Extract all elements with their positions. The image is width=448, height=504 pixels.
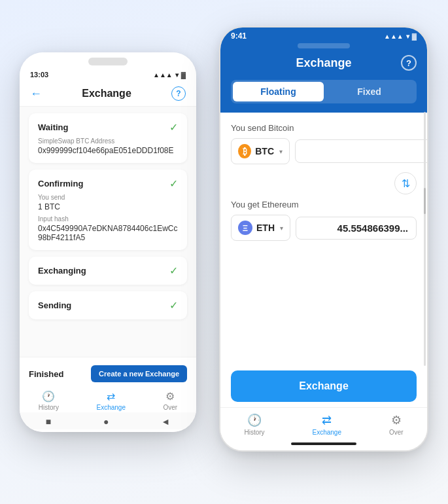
right-signal-icon: ▲▲▲ bbox=[384, 33, 404, 40]
status-sending: Sending ✓ bbox=[29, 291, 187, 319]
left-bottom-bar: Finished Create a new Exchange 🕐 History… bbox=[20, 357, 196, 432]
right-tab-history[interactable]: 🕐 History bbox=[244, 413, 264, 436]
finished-row: Finished Create a new Exchange bbox=[20, 363, 196, 387]
sending-check: ✓ bbox=[169, 299, 178, 312]
history-icon: 🕐 bbox=[42, 390, 55, 403]
status-waiting: Waiting ✓ SimpleSwap BTC Address 0x99999… bbox=[29, 113, 187, 163]
right-history-icon: 🕐 bbox=[247, 413, 262, 427]
btc-icon: ₿ bbox=[238, 144, 251, 158]
left-status-icons: ▲▲▲ ▾ ▓ bbox=[153, 71, 186, 79]
btc-chevron-icon: ▾ bbox=[279, 148, 283, 155]
circle-icon[interactable]: ● bbox=[103, 416, 109, 427]
finished-label: Finished bbox=[29, 369, 63, 379]
right-top-notch bbox=[220, 43, 427, 51]
btc-name: BTC bbox=[255, 146, 274, 156]
eth-selector[interactable]: Ξ ETH ▾ bbox=[231, 215, 290, 241]
right-bottom-nav: 🕐 History ⇄ Exchange ⚙ Over bbox=[220, 407, 427, 439]
left-time: 13:03 bbox=[30, 71, 48, 79]
create-exchange-button[interactable]: Create a new Exchange bbox=[91, 365, 187, 382]
right-status-icons: ▲▲▲ ▾ ▓ bbox=[384, 33, 417, 40]
right-tab-over[interactable]: ⚙ Over bbox=[389, 413, 404, 436]
input-hash-label: Input hash bbox=[38, 215, 178, 223]
back-button[interactable]: ← bbox=[30, 87, 42, 101]
left-header-title: Exchange bbox=[82, 88, 131, 99]
home-indicator bbox=[220, 439, 427, 450]
left-app-header: ← Exchange ? bbox=[20, 81, 196, 107]
waiting-check: ✓ bbox=[169, 121, 178, 134]
android-nav: ■ ● ◄ bbox=[20, 412, 196, 429]
right-over-icon: ⚙ bbox=[391, 413, 402, 427]
notch-pill bbox=[88, 58, 128, 65]
left-tab-exchange[interactable]: ⇄ Exchange bbox=[96, 390, 125, 411]
left-nav-tabs: 🕐 History ⇄ Exchange ⚙ Over bbox=[20, 387, 196, 412]
left-content: Waiting ✓ SimpleSwap BTC Address 0x99999… bbox=[20, 107, 196, 357]
send-crypto-row: ₿ BTC ▾ bbox=[231, 138, 417, 164]
exchange-icon: ⇄ bbox=[107, 390, 115, 403]
history-label: History bbox=[39, 404, 59, 411]
right-history-label: History bbox=[244, 429, 264, 436]
back-icon[interactable]: ◄ bbox=[161, 416, 170, 427]
scrollbar-track bbox=[424, 112, 426, 366]
right-tab-exchange[interactable]: ⇄ Exchange bbox=[312, 413, 341, 436]
eth-icon: Ξ bbox=[238, 221, 252, 235]
floating-toggle[interactable]: Floating bbox=[233, 82, 324, 101]
eth-name: ETH bbox=[256, 223, 275, 233]
eth-chevron-icon: ▾ bbox=[280, 225, 283, 232]
left-tab-over[interactable]: ⚙ Over bbox=[164, 390, 178, 411]
receive-crypto-row: Ξ ETH ▾ 45.554866399... bbox=[231, 215, 417, 241]
square-icon[interactable]: ■ bbox=[46, 416, 51, 427]
waiting-label: Waiting bbox=[38, 122, 68, 132]
send-amount-input[interactable] bbox=[295, 139, 428, 163]
exchange-body: You send Bitcoin ₿ BTC ▾ ⇅ You get bbox=[220, 113, 427, 360]
right-status-bar: 9:41 ▲▲▲ ▾ ▓ bbox=[220, 27, 427, 43]
left-status-bar: 13:03 ▲▲▲ ▾ ▓ bbox=[20, 68, 196, 81]
left-tab-history[interactable]: 🕐 History bbox=[39, 390, 59, 411]
exchanging-label: Exchanging bbox=[38, 266, 86, 276]
swap-icon: ⇅ bbox=[402, 177, 410, 190]
right-notch-pill bbox=[298, 43, 350, 48]
scrollbar-thumb bbox=[424, 188, 426, 214]
battery-icon: ▓ bbox=[181, 71, 186, 79]
swap-button[interactable]: ⇅ bbox=[394, 172, 417, 194]
swap-row: ⇅ bbox=[231, 167, 417, 200]
toggle-container: Floating Fixed bbox=[231, 80, 417, 103]
left-phone: 13:03 ▲▲▲ ▾ ▓ ← Exchange ? Waiting bbox=[20, 52, 196, 432]
signal-icon: ▲▲▲ bbox=[153, 71, 173, 79]
receive-amount-display: 45.554866399... bbox=[296, 217, 417, 240]
right-phone: 9:41 ▲▲▲ ▾ ▓ Exchange ? Floating bbox=[219, 26, 428, 452]
send-label: You send Bitcoin bbox=[231, 123, 417, 133]
confirming-check: ✓ bbox=[169, 177, 178, 190]
right-battery-icon: ▓ bbox=[412, 33, 417, 40]
exchange-label: Exchange bbox=[96, 404, 125, 411]
right-time: 9:41 bbox=[231, 31, 247, 41]
over-icon: ⚙ bbox=[165, 390, 175, 403]
sending-label: Sending bbox=[38, 300, 71, 310]
exchanging-check: ✓ bbox=[169, 264, 178, 277]
confirming-label: Confirming bbox=[38, 179, 83, 189]
receive-label: You get Ethereum bbox=[231, 200, 417, 209]
fixed-toggle[interactable]: Fixed bbox=[324, 82, 415, 101]
waiting-sub-label: SimpleSwap BTC Address bbox=[38, 137, 178, 145]
over-label: Over bbox=[164, 404, 178, 411]
btc-selector[interactable]: ₿ BTC ▾ bbox=[231, 138, 290, 164]
right-help-button[interactable]: ? bbox=[401, 55, 417, 71]
right-header-title: Exchange bbox=[296, 56, 351, 70]
left-phone-notch bbox=[20, 52, 196, 68]
left-help-button[interactable]: ? bbox=[171, 86, 186, 101]
waiting-value: 0x999999cf104e66paE051eDDD1f08E bbox=[38, 146, 178, 155]
you-send-label: You send bbox=[38, 194, 178, 201]
status-confirming: Confirming ✓ You send 1 BTC Input hash 0… bbox=[29, 170, 187, 250]
status-exchanging: Exchanging ✓ bbox=[29, 257, 187, 285]
right-over-label: Over bbox=[389, 429, 404, 436]
right-exchange-icon: ⇄ bbox=[322, 413, 332, 427]
right-app-header: Exchange ? bbox=[220, 51, 427, 80]
wifi-icon: ▾ bbox=[175, 71, 179, 79]
right-exchange-label: Exchange bbox=[312, 429, 341, 436]
home-bar bbox=[291, 442, 356, 445]
scene: 13:03 ▲▲▲ ▾ ▓ ← Exchange ? Waiting bbox=[0, 0, 448, 504]
you-send-value: 1 BTC bbox=[38, 202, 178, 211]
toggle-row: Floating Fixed bbox=[220, 80, 427, 113]
right-wifi-icon: ▾ bbox=[406, 33, 409, 40]
exchange-btn-container: Exchange bbox=[220, 360, 427, 407]
exchange-button[interactable]: Exchange bbox=[231, 370, 417, 402]
